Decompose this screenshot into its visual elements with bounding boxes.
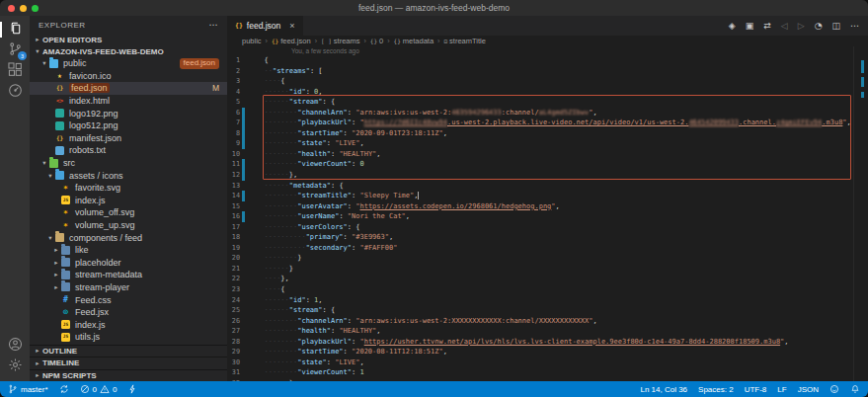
open-changes-icon[interactable]: ⇄ xyxy=(763,21,771,31)
line-number[interactable]: 23 xyxy=(227,284,241,295)
tree-item-stream-metadata[interactable]: ▸stream-metadata xyxy=(30,269,227,281)
code-line[interactable]: 24······"id": 1, xyxy=(227,295,868,306)
tree-item-logo512-png[interactable]: logo512.png xyxy=(30,119,227,132)
code-line[interactable]: 22····}, xyxy=(227,274,868,284)
line-number[interactable]: 7 xyxy=(227,118,241,128)
minimize-window-button[interactable] xyxy=(20,5,27,12)
line-number[interactable]: 2 xyxy=(227,66,241,77)
tree-item-feed-css[interactable]: #Feed.css xyxy=(30,293,227,306)
close-window-button[interactable] xyxy=(8,5,15,12)
more-actions-icon[interactable]: ⋯ xyxy=(209,20,219,30)
breadcrumb-item-feed-json[interactable]: {}feed.json xyxy=(272,37,311,45)
open-editors-section[interactable]: ▸ OPEN EDITORS xyxy=(30,34,227,45)
code-line[interactable]: 10········"health": "HEALTHY", xyxy=(227,149,868,160)
sidebar-section-outline[interactable]: ▸OUTLINE xyxy=(30,345,227,357)
activity-accounts-button[interactable] xyxy=(0,336,30,356)
code-line[interactable]: 7········"playbackUrl": "https://7d6IIc4… xyxy=(227,118,868,128)
line-number[interactable]: 9 xyxy=(227,138,241,149)
sidebar-section-npm-scripts[interactable]: ▸NPM SCRIPTS xyxy=(30,369,227,382)
line-number[interactable]: 18 xyxy=(227,232,241,243)
tree-item-volume-up-svg[interactable]: ∗volume_up.svg xyxy=(30,219,227,232)
code-line[interactable]: 2··"streams": [ xyxy=(227,66,868,77)
indentation[interactable]: Spaces: 2 xyxy=(698,385,734,394)
code-line[interactable]: 30········"state": "LIVE", xyxy=(227,357,868,368)
activity-settings-button[interactable] xyxy=(0,357,30,376)
split-editor-icon[interactable]: ◫ xyxy=(831,21,840,31)
code-editor[interactable]: You, a few seconds ago 1{2··"streams": [… xyxy=(227,46,868,381)
code-line[interactable]: 16········"userName": "Nori the Cat", xyxy=(227,211,868,222)
tree-item-index-html[interactable]: <>index.html xyxy=(30,95,227,108)
code-line[interactable]: 21······} xyxy=(227,264,868,275)
line-number[interactable]: 11 xyxy=(227,159,241,170)
line-number[interactable]: 6 xyxy=(227,108,241,119)
tree-item-feed-json[interactable]: {}feed.jsonM xyxy=(30,82,227,95)
line-number[interactable]: 24 xyxy=(227,295,241,306)
breadcrumb-item-0[interactable]: {}0 xyxy=(370,37,383,45)
line-number[interactable]: 3 xyxy=(227,76,241,87)
compare-changes-icon[interactable]: ▣ xyxy=(746,21,754,31)
line-number[interactable]: 29 xyxy=(227,347,241,357)
line-number[interactable]: 22 xyxy=(227,274,241,284)
code-line[interactable]: 12······}, xyxy=(227,170,868,181)
activity-extensions-button[interactable] xyxy=(0,61,30,81)
activity-run-debug-button[interactable] xyxy=(0,82,30,102)
code-line[interactable]: 31········"viewerCount": 1 xyxy=(227,367,868,378)
code-line[interactable]: 19··········"secondary": "#FAFF00" xyxy=(227,243,868,254)
sync-button[interactable] xyxy=(59,384,69,394)
tree-item-placeholder[interactable]: ▸placeholder xyxy=(30,257,227,270)
tree-item-volume-off-svg[interactable]: ∗volume_off.svg xyxy=(30,206,227,219)
code-line[interactable]: 18··········"primary": "#3E9963", xyxy=(227,232,868,243)
line-number[interactable]: 19 xyxy=(227,243,241,254)
cursor-position[interactable]: Ln 14, Col 36 xyxy=(640,385,687,394)
close-icon[interactable]: × xyxy=(289,21,294,31)
project-root-section[interactable]: ▾ AMAZON-IVS-FEED-WEB-DEMO xyxy=(30,45,227,57)
code-line[interactable]: 14········"streamTitle": "Sleepy Time", xyxy=(227,191,868,201)
code-line[interactable]: 1{ xyxy=(227,55,868,66)
code-line[interactable]: 27········"health": "HEALTHY", xyxy=(227,326,868,337)
tree-item-utils-js[interactable]: JSutils.js xyxy=(30,331,227,344)
line-number[interactable]: 25 xyxy=(227,305,241,316)
line-number[interactable]: 20 xyxy=(227,253,241,264)
zoom-window-button[interactable] xyxy=(32,5,39,12)
line-number[interactable]: 14 xyxy=(227,191,241,201)
notifications-bell-icon[interactable] xyxy=(850,384,860,394)
code-line[interactable]: 5······"stream": { xyxy=(227,97,868,108)
code-line[interactable]: 13······"metadata": { xyxy=(227,181,868,192)
code-line[interactable]: 8········"startTime": "2020-09-01T23:18:… xyxy=(227,128,868,139)
line-number[interactable]: 15 xyxy=(227,201,241,212)
breadcrumb-item-public[interactable]: public xyxy=(242,37,262,45)
code-line[interactable]: 28········"playbackUrl": "https://usher.… xyxy=(227,337,868,348)
line-number[interactable]: 4 xyxy=(227,87,241,98)
line-number[interactable]: 31 xyxy=(227,367,241,378)
code-line[interactable]: 32······}, xyxy=(227,378,868,381)
line-number[interactable]: 8 xyxy=(227,128,241,139)
tree-item-components-feed[interactable]: ▾components / feed xyxy=(30,231,227,244)
tree-item-favorite-svg[interactable]: ∗favorite.svg xyxy=(30,182,227,195)
line-number[interactable]: 28 xyxy=(227,337,241,348)
code-line[interactable]: 9········"state": "LIVE", xyxy=(227,138,868,149)
code-line[interactable]: 11········"viewerCount": 0 xyxy=(227,159,868,170)
line-number[interactable]: 5 xyxy=(227,97,241,108)
feedback-smiley-icon[interactable] xyxy=(829,384,839,394)
line-number[interactable]: 26 xyxy=(227,316,241,327)
gitlens-status-button[interactable] xyxy=(127,384,137,394)
tree-item-robots-txt[interactable]: robots.txt xyxy=(30,144,227,157)
tree-item-manifest-json[interactable]: {}manifest.json xyxy=(30,132,227,145)
previous-change-icon[interactable]: ◁ xyxy=(781,21,788,31)
tree-item-logo192-png[interactable]: logo192.png xyxy=(30,107,227,119)
gitlens-icon[interactable]: ◈ xyxy=(729,21,736,31)
breadcrumb-item-streamtitle[interactable]: ⊟streamTitle xyxy=(443,37,485,45)
line-number[interactable]: 13 xyxy=(227,181,241,192)
tree-item-feed-jsx[interactable]: ◎Feed.jsx xyxy=(30,306,227,319)
code-line[interactable]: 20········} xyxy=(227,253,868,264)
git-branch-button[interactable]: master* xyxy=(8,384,48,394)
language-mode[interactable]: JSON xyxy=(798,385,819,394)
code-line[interactable]: 4······"id": 0, xyxy=(227,87,868,98)
line-number[interactable]: 1 xyxy=(227,55,241,66)
activity-explorer-button[interactable] xyxy=(0,20,30,40)
line-number[interactable]: 17 xyxy=(227,222,241,233)
problems-button[interactable]: 0 0 xyxy=(80,384,118,394)
tree-item-favicon-ico[interactable]: ★favicon.ico xyxy=(30,70,227,83)
tree-item-public[interactable]: ▾publicfeed.json xyxy=(30,57,227,70)
tree-item-index-js[interactable]: JSindex.js xyxy=(30,195,227,207)
